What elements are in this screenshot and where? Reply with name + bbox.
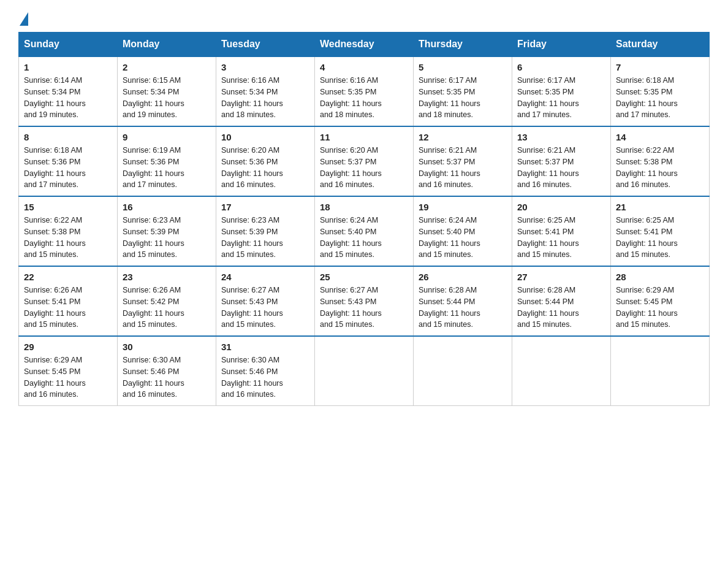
header-tuesday: Tuesday xyxy=(216,33,315,57)
empty-cell xyxy=(414,336,512,406)
day-info: Sunrise: 6:29 AMSunset: 5:45 PMDaylight:… xyxy=(616,285,704,331)
day-number: 7 xyxy=(616,62,704,72)
day-cell-23: 23Sunrise: 6:26 AMSunset: 5:42 PMDayligh… xyxy=(118,266,216,336)
day-info: Sunrise: 6:18 AMSunset: 5:35 PMDaylight:… xyxy=(616,75,704,121)
day-number: 19 xyxy=(419,202,507,212)
day-info: Sunrise: 6:17 AMSunset: 5:35 PMDaylight:… xyxy=(419,75,507,121)
day-number: 3 xyxy=(221,62,309,72)
day-number: 1 xyxy=(24,62,112,72)
day-info: Sunrise: 6:27 AMSunset: 5:43 PMDaylight:… xyxy=(221,285,309,331)
calendar-table: SundayMondayTuesdayWednesdayThursdayFrid… xyxy=(18,32,710,406)
day-number: 5 xyxy=(419,62,507,72)
header-wednesday: Wednesday xyxy=(315,33,414,57)
day-cell-12: 12Sunrise: 6:21 AMSunset: 5:37 PMDayligh… xyxy=(414,126,512,196)
day-number: 27 xyxy=(517,272,605,282)
day-info: Sunrise: 6:16 AMSunset: 5:34 PMDaylight:… xyxy=(221,75,309,121)
day-info: Sunrise: 6:23 AMSunset: 5:39 PMDaylight:… xyxy=(123,215,211,261)
day-cell-25: 25Sunrise: 6:27 AMSunset: 5:43 PMDayligh… xyxy=(315,266,414,336)
day-cell-6: 6Sunrise: 6:17 AMSunset: 5:35 PMDaylight… xyxy=(512,56,611,126)
calendar-header: SundayMondayTuesdayWednesdayThursdayFrid… xyxy=(19,33,710,57)
logo xyxy=(18,12,32,26)
day-cell-29: 29Sunrise: 6:29 AMSunset: 5:45 PMDayligh… xyxy=(19,336,118,406)
day-info: Sunrise: 6:17 AMSunset: 5:35 PMDaylight:… xyxy=(517,75,605,121)
empty-cell xyxy=(315,336,414,406)
day-info: Sunrise: 6:19 AMSunset: 5:36 PMDaylight:… xyxy=(123,145,211,191)
day-info: Sunrise: 6:14 AMSunset: 5:34 PMDaylight:… xyxy=(24,75,112,121)
day-info: Sunrise: 6:18 AMSunset: 5:36 PMDaylight:… xyxy=(24,145,112,191)
day-cell-26: 26Sunrise: 6:28 AMSunset: 5:44 PMDayligh… xyxy=(414,266,512,336)
week-row-2: 8Sunrise: 6:18 AMSunset: 5:36 PMDaylight… xyxy=(19,126,710,196)
day-cell-28: 28Sunrise: 6:29 AMSunset: 5:45 PMDayligh… xyxy=(611,266,710,336)
day-number: 26 xyxy=(419,272,507,282)
header-row: SundayMondayTuesdayWednesdayThursdayFrid… xyxy=(19,33,710,57)
day-number: 10 xyxy=(221,132,309,142)
day-number: 13 xyxy=(517,132,605,142)
week-row-5: 29Sunrise: 6:29 AMSunset: 5:45 PMDayligh… xyxy=(19,336,710,406)
day-cell-14: 14Sunrise: 6:22 AMSunset: 5:38 PMDayligh… xyxy=(611,126,710,196)
week-row-1: 1Sunrise: 6:14 AMSunset: 5:34 PMDaylight… xyxy=(19,56,710,126)
day-info: Sunrise: 6:26 AMSunset: 5:41 PMDaylight:… xyxy=(24,285,112,331)
day-cell-17: 17Sunrise: 6:23 AMSunset: 5:39 PMDayligh… xyxy=(216,196,315,266)
day-number: 31 xyxy=(221,342,309,352)
day-number: 24 xyxy=(221,272,309,282)
day-cell-7: 7Sunrise: 6:18 AMSunset: 5:35 PMDaylight… xyxy=(611,56,710,126)
logo-triangle-icon xyxy=(20,12,28,26)
day-cell-8: 8Sunrise: 6:18 AMSunset: 5:36 PMDaylight… xyxy=(19,126,118,196)
day-cell-19: 19Sunrise: 6:24 AMSunset: 5:40 PMDayligh… xyxy=(414,196,512,266)
day-cell-27: 27Sunrise: 6:28 AMSunset: 5:44 PMDayligh… xyxy=(512,266,611,336)
day-info: Sunrise: 6:16 AMSunset: 5:35 PMDaylight:… xyxy=(320,75,408,121)
day-info: Sunrise: 6:23 AMSunset: 5:39 PMDaylight:… xyxy=(221,215,309,261)
week-row-3: 15Sunrise: 6:22 AMSunset: 5:38 PMDayligh… xyxy=(19,196,710,266)
day-cell-13: 13Sunrise: 6:21 AMSunset: 5:37 PMDayligh… xyxy=(512,126,611,196)
day-number: 28 xyxy=(616,272,704,282)
day-cell-22: 22Sunrise: 6:26 AMSunset: 5:41 PMDayligh… xyxy=(19,266,118,336)
day-info: Sunrise: 6:24 AMSunset: 5:40 PMDaylight:… xyxy=(320,215,408,261)
day-cell-18: 18Sunrise: 6:24 AMSunset: 5:40 PMDayligh… xyxy=(315,196,414,266)
day-cell-4: 4Sunrise: 6:16 AMSunset: 5:35 PMDaylight… xyxy=(315,56,414,126)
day-info: Sunrise: 6:28 AMSunset: 5:44 PMDaylight:… xyxy=(419,285,507,331)
day-number: 23 xyxy=(123,272,211,282)
day-number: 6 xyxy=(517,62,605,72)
empty-cell xyxy=(611,336,710,406)
header-sunday: Sunday xyxy=(19,33,118,57)
day-number: 2 xyxy=(123,62,211,72)
day-number: 4 xyxy=(320,62,408,72)
day-number: 30 xyxy=(123,342,211,352)
day-number: 29 xyxy=(24,342,112,352)
day-cell-31: 31Sunrise: 6:30 AMSunset: 5:46 PMDayligh… xyxy=(216,336,315,406)
day-number: 8 xyxy=(24,132,112,142)
day-number: 17 xyxy=(221,202,309,212)
day-number: 18 xyxy=(320,202,408,212)
day-cell-9: 9Sunrise: 6:19 AMSunset: 5:36 PMDaylight… xyxy=(118,126,216,196)
day-cell-15: 15Sunrise: 6:22 AMSunset: 5:38 PMDayligh… xyxy=(19,196,118,266)
day-number: 12 xyxy=(419,132,507,142)
day-cell-11: 11Sunrise: 6:20 AMSunset: 5:37 PMDayligh… xyxy=(315,126,414,196)
day-number: 11 xyxy=(320,132,408,142)
day-info: Sunrise: 6:24 AMSunset: 5:40 PMDaylight:… xyxy=(419,215,507,261)
day-info: Sunrise: 6:30 AMSunset: 5:46 PMDaylight:… xyxy=(221,354,309,400)
day-number: 16 xyxy=(123,202,211,212)
day-info: Sunrise: 6:26 AMSunset: 5:42 PMDaylight:… xyxy=(123,285,211,331)
day-cell-1: 1Sunrise: 6:14 AMSunset: 5:34 PMDaylight… xyxy=(19,56,118,126)
day-info: Sunrise: 6:29 AMSunset: 5:45 PMDaylight:… xyxy=(24,354,112,400)
day-number: 21 xyxy=(616,202,704,212)
day-number: 20 xyxy=(517,202,605,212)
day-number: 25 xyxy=(320,272,408,282)
day-cell-10: 10Sunrise: 6:20 AMSunset: 5:36 PMDayligh… xyxy=(216,126,315,196)
day-cell-3: 3Sunrise: 6:16 AMSunset: 5:34 PMDaylight… xyxy=(216,56,315,126)
day-number: 9 xyxy=(123,132,211,142)
day-info: Sunrise: 6:25 AMSunset: 5:41 PMDaylight:… xyxy=(517,215,605,261)
page-header xyxy=(18,12,710,26)
day-number: 15 xyxy=(24,202,112,212)
day-info: Sunrise: 6:20 AMSunset: 5:37 PMDaylight:… xyxy=(320,145,408,191)
day-info: Sunrise: 6:15 AMSunset: 5:34 PMDaylight:… xyxy=(123,75,211,121)
day-info: Sunrise: 6:22 AMSunset: 5:38 PMDaylight:… xyxy=(616,145,704,191)
day-number: 22 xyxy=(24,272,112,282)
header-saturday: Saturday xyxy=(611,33,710,57)
day-cell-21: 21Sunrise: 6:25 AMSunset: 5:41 PMDayligh… xyxy=(611,196,710,266)
day-info: Sunrise: 6:21 AMSunset: 5:37 PMDaylight:… xyxy=(419,145,507,191)
week-row-4: 22Sunrise: 6:26 AMSunset: 5:41 PMDayligh… xyxy=(19,266,710,336)
day-info: Sunrise: 6:25 AMSunset: 5:41 PMDaylight:… xyxy=(616,215,704,261)
header-thursday: Thursday xyxy=(414,33,512,57)
day-number: 14 xyxy=(616,132,704,142)
